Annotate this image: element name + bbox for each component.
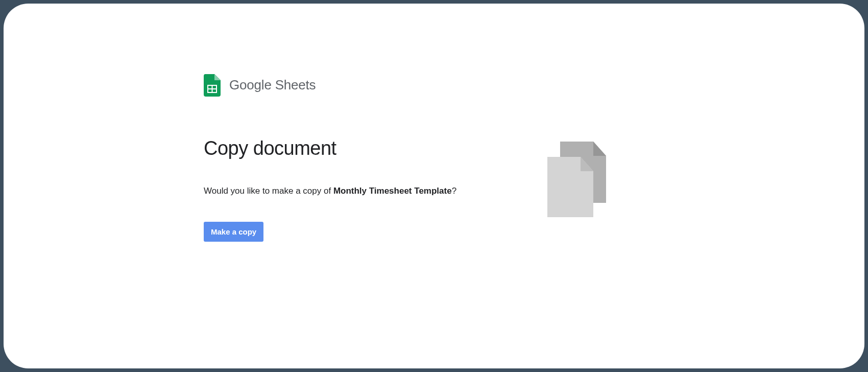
copy-prompt: Would you like to make a copy of Monthly… <box>204 186 456 196</box>
product-name-strong: Google <box>229 77 272 92</box>
dialog-window: Google Sheets Copy document Would you li… <box>4 4 864 368</box>
make-a-copy-button[interactable]: Make a copy <box>204 222 263 242</box>
page-title: Copy document <box>204 137 456 159</box>
document-name: Monthly Timesheet Template <box>333 186 452 196</box>
product-name-light: Sheets <box>272 77 316 92</box>
prompt-prefix: Would you like to make a copy of <box>204 186 333 196</box>
product-name: Google Sheets <box>229 77 316 93</box>
prompt-suffix: ? <box>452 186 456 196</box>
main-content: Google Sheets Copy document Would you li… <box>204 74 456 242</box>
product-logo-row: Google Sheets <box>204 74 456 96</box>
google-sheets-icon <box>204 74 220 96</box>
copy-documents-icon <box>545 142 611 218</box>
